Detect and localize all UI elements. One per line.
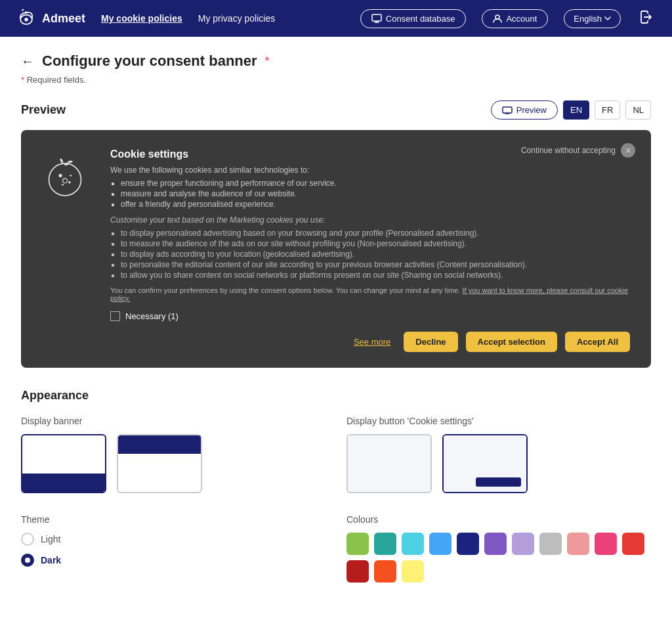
svg-point-7 [58, 174, 62, 177]
consent-db-icon [371, 14, 382, 23]
colours-grid [346, 533, 651, 583]
theme-dark-option[interactable]: Dark [21, 554, 326, 567]
svg-point-2 [25, 11, 28, 14]
necessary-checkbox[interactable] [110, 311, 120, 321]
appearance-grid: Display banner [21, 416, 651, 493]
colour-swatch[interactable] [512, 533, 534, 555]
list-item: to display ads according to your locatio… [121, 250, 630, 259]
top-bar [118, 435, 201, 454]
svg-rect-3 [372, 14, 381, 21]
chevron-down-icon [604, 16, 611, 21]
svg-point-6 [49, 164, 81, 196]
colour-swatch[interactable] [484, 533, 507, 555]
colours-section: Colours [346, 514, 651, 583]
colour-swatch[interactable] [595, 533, 617, 555]
colour-swatch[interactable] [457, 533, 479, 555]
logo: Admeet [16, 8, 85, 29]
display-button-section: Display button 'Cookie settings' [346, 416, 651, 493]
display-button-options [346, 434, 651, 493]
button-preview-bar [476, 477, 521, 487]
banner-intro: We use the following cookies and similar… [110, 165, 630, 175]
colour-swatch[interactable] [567, 533, 589, 555]
banner-option-bottom[interactable] [21, 434, 106, 493]
logout-button[interactable] [637, 7, 656, 30]
theme-options: Light Dark [21, 533, 326, 567]
page-title: Configure your consent banner [42, 53, 257, 70]
accept-selection-button[interactable]: Accept selection [466, 332, 557, 352]
cookie-icon-area [42, 148, 94, 352]
list-item: to measure the audience of the ads on ou… [121, 239, 630, 248]
colour-swatch[interactable] [346, 533, 369, 555]
required-note: * Required fields. [21, 75, 651, 85]
button-option-show[interactable] [442, 434, 528, 493]
display-banner-section: Display banner [21, 416, 326, 493]
bottom-bar [22, 474, 105, 492]
main-content: ← Configure your consent banner * * Requ… [0, 37, 672, 639]
preview-section-title: Preview [21, 103, 66, 117]
dark-label: Dark [41, 555, 61, 565]
account-button[interactable]: Account [482, 9, 548, 28]
list-item: ensure the proper functioning and perfor… [121, 179, 630, 188]
language-button[interactable]: English [564, 9, 621, 28]
preview-btn-label: Preview [516, 105, 547, 115]
see-more-link[interactable]: See more [354, 337, 390, 347]
banner-marketing-list: to display personalised advertising base… [110, 229, 630, 280]
colour-swatch[interactable] [374, 533, 396, 555]
lang-en-button[interactable]: EN [563, 100, 589, 120]
decline-button[interactable]: Decline [404, 332, 457, 352]
banner-actions: See more Decline Accept selection Accept… [110, 332, 630, 352]
colour-swatch[interactable] [622, 533, 644, 555]
lang-fr-button[interactable]: FR [595, 100, 620, 120]
continue-without-close[interactable]: ✕ [621, 143, 635, 158]
display-button-label: Display button 'Cookie settings' [346, 416, 651, 426]
svg-point-11 [63, 179, 68, 183]
navbar: Admeet My cookie policies My privacy pol… [0, 0, 672, 37]
banner-content: Cookie settings We use the following coo… [110, 148, 630, 352]
theme-colours-grid: Theme Light Dark Colours [21, 514, 651, 583]
colour-swatch[interactable] [374, 560, 396, 583]
colour-swatch[interactable] [402, 560, 424, 583]
cookie-illustration [42, 154, 88, 200]
list-item: to allow you to share content on social … [121, 271, 630, 280]
logout-icon [639, 10, 654, 24]
colour-swatch[interactable] [402, 533, 424, 555]
svg-rect-5 [503, 107, 512, 113]
theme-label: Theme [21, 514, 326, 525]
preview-section-header: Preview Preview EN FR NL [21, 100, 651, 120]
list-item: measure and analyse the audience of our … [121, 189, 630, 198]
svg-point-4 [495, 15, 499, 19]
list-item: to personalise the editorial content of … [121, 260, 630, 269]
consent-database-button[interactable]: Consent database [360, 9, 467, 28]
nav-link-cookie-policies[interactable]: My cookie policies [101, 13, 182, 24]
theme-light-option[interactable]: Light [21, 533, 326, 546]
light-radio[interactable] [21, 533, 34, 546]
banner-option-top[interactable] [117, 434, 202, 493]
account-icon [493, 14, 502, 23]
preview-controls: Preview EN FR NL [491, 100, 651, 120]
colour-swatch[interactable] [539, 533, 562, 555]
button-option-none[interactable] [346, 434, 432, 493]
dark-radio[interactable] [21, 554, 34, 567]
list-item: offer a friendly and personalised experi… [121, 200, 630, 209]
colour-swatch[interactable] [346, 560, 369, 583]
accept-all-button[interactable]: Accept All [565, 332, 630, 352]
lang-nl-button[interactable]: NL [625, 100, 651, 120]
nav-link-privacy-policies[interactable]: My privacy policies [198, 13, 275, 24]
light-label: Light [41, 534, 60, 544]
svg-point-9 [62, 184, 64, 186]
logo-icon [16, 8, 37, 29]
back-button[interactable]: ← [21, 54, 34, 69]
account-label: Account [506, 14, 537, 24]
banner-options [21, 434, 326, 493]
consent-database-label: Consent database [386, 14, 455, 24]
banner-italic-text: Customise your text based on the Marketi… [110, 215, 630, 225]
preview-button[interactable]: Preview [491, 100, 558, 120]
continue-without-text: Continue without accepting [521, 146, 616, 155]
list-item: to display personalised advertising base… [121, 229, 630, 238]
required-star: * [265, 55, 270, 68]
language-label: English [574, 14, 602, 24]
colour-swatch[interactable] [429, 533, 452, 555]
theme-section: Theme Light Dark [21, 514, 326, 583]
page-header: ← Configure your consent banner * [21, 53, 651, 70]
necessary-label: Necessary (1) [125, 311, 178, 321]
